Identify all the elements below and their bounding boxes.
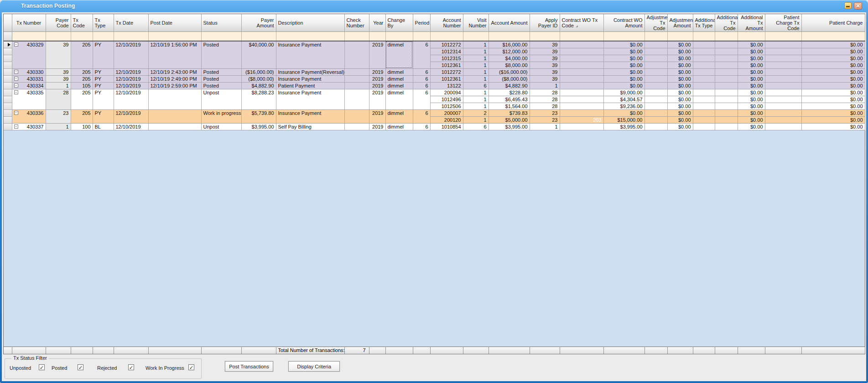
cell-additional_tx_type[interactable] [693,75,715,82]
cell-change_by[interactable]: dimmel [385,82,413,89]
cell-account_number[interactable]: 1012314 [430,48,463,55]
cell-patient_charge[interactable]: $0.00 [801,123,865,130]
cell-contract_wo_amount[interactable]: $4,304.57 [603,96,645,103]
column-header-change_by[interactable]: Change By [385,14,413,32]
filter-cell-visit_number[interactable] [463,32,489,41]
cell-payer_code[interactable]: 1 [46,82,71,89]
checkbox-work-in-progress[interactable]: ✓ [188,364,194,370]
filter-cell-tx_number[interactable] [12,32,46,41]
cell-visit_number[interactable]: 1 [463,68,489,75]
column-header-status[interactable]: Status [201,14,241,32]
cell-adjustment_amount[interactable]: $0.00 [667,55,693,62]
cell-adjustment_amount[interactable]: $0.00 [667,116,693,123]
cell-contract_wo_tx_code[interactable] [560,103,603,109]
cell-tx_number[interactable]: -430334 [12,82,46,89]
cell-period[interactable]: 6 [413,89,430,109]
row-selector-cell[interactable] [4,123,12,130]
collapse-row-icon[interactable]: - [14,70,18,74]
cell-payer_code[interactable]: 39 [46,75,71,82]
cell-visit_number[interactable]: 1 [463,103,489,109]
cell-contract_wo_amount[interactable]: $0.00 [603,109,645,116]
cell-adjustment_amount[interactable]: $0.00 [667,123,693,130]
cell-adjustment_tx_code[interactable] [645,109,667,116]
cell-contract_wo_tx_code[interactable] [560,82,603,89]
cell-change_by[interactable]: dimmel [385,89,413,109]
cell-year[interactable]: 2019 [369,75,385,82]
checkbox-rejected[interactable]: ✓ [128,364,134,370]
cell-tx_number[interactable]: -430335 [12,89,46,109]
column-header-tx_date[interactable]: Tx Date [114,14,148,32]
cell-apply_payer_id[interactable]: 28 [530,103,560,109]
cell-additional_tx_code[interactable] [715,116,738,123]
cell-contract_wo_tx_code[interactable] [560,68,603,75]
cell-payer_code[interactable]: 39 [46,41,71,69]
cell-contract_wo_amount[interactable]: $9,236.00 [603,103,645,109]
cell-status[interactable]: Posted [201,41,241,69]
cell-visit_number[interactable]: 1 [463,89,489,96]
cell-additional_tx_amount[interactable]: $0.00 [738,55,765,62]
cell-account_amount[interactable]: $4,000.00 [489,55,530,62]
column-header-period[interactable]: Period [413,14,430,32]
cell-patient_charge_tx_code[interactable] [765,116,801,123]
cell-tx_date[interactable]: 12/10/2019 [114,41,148,69]
cell-additional_tx_code[interactable] [715,48,738,55]
column-header-tx_number[interactable]: Tx Number [12,14,46,32]
cell-post_date[interactable]: 12/10/19 2:59:00 PM [148,82,201,89]
cell-contract_wo_tx_code[interactable]: 203 [560,116,603,123]
cell-year[interactable]: 2019 [369,109,385,123]
cell-patient_charge_tx_code[interactable] [765,96,801,103]
cell-description[interactable]: Insurance Payment [276,109,344,123]
cell-tx_date[interactable]: 12/10/2019 [114,68,148,75]
cell-tx_code[interactable]: 100 [71,123,93,130]
cell-apply_payer_id[interactable]: 39 [530,68,560,75]
cell-additional_tx_type[interactable] [693,116,715,123]
cell-year[interactable]: 2019 [369,89,385,109]
filter-cell-additional_tx_type[interactable] [693,32,715,41]
cell-apply_payer_id[interactable]: 39 [530,75,560,82]
post-transactions-button[interactable]: Post Transactions [225,361,273,372]
cell-account_amount[interactable]: $739.83 [489,109,530,116]
collapse-row-icon[interactable]: - [14,42,18,47]
column-header-payer_code[interactable]: Payer Code [46,14,71,32]
cell-tx_type[interactable]: BL [93,123,114,130]
row-selector-cell[interactable] [4,62,12,68]
cell-period[interactable]: 6 [413,123,430,130]
cell-adjustment_amount[interactable]: $0.00 [667,75,693,82]
collapse-row-icon[interactable]: - [14,111,18,115]
cell-payer_amount[interactable]: $4,882.90 [241,82,276,89]
cell-tx_code[interactable]: 105 [71,82,93,89]
cell-apply_payer_id[interactable]: 1 [530,123,560,130]
cell-additional_tx_code[interactable] [715,41,738,48]
filter-cell-selector[interactable] [4,32,12,41]
cell-additional_tx_code[interactable] [715,109,738,116]
filter-cell-additional_tx_code[interactable] [715,32,738,41]
filter-cell-description[interactable] [276,32,344,41]
cell-account_number[interactable]: 200120 [430,116,463,123]
cell-change_by[interactable]: dimmel [385,123,413,130]
cell-visit_number[interactable]: 2 [463,109,489,116]
filter-cell-period[interactable] [413,32,430,41]
display-criteria-button[interactable]: Display Criteria [288,361,340,372]
cell-patient_charge[interactable]: $0.00 [801,89,865,96]
cell-tx_number[interactable]: -430337 [12,123,46,130]
cell-patient_charge[interactable]: $0.00 [801,41,865,48]
column-header-check_number[interactable]: Check Number [344,14,369,32]
column-header-post_date[interactable]: Post Date [148,14,201,32]
cell-additional_tx_type[interactable] [693,82,715,89]
column-header-payer_amount[interactable]: Payer Amount [241,14,276,32]
cell-tx_number[interactable]: -430330 [12,68,46,75]
cell-additional_tx_amount[interactable]: $0.00 [738,96,765,103]
cell-post_date[interactable] [148,89,201,109]
column-header-account_amount[interactable]: Account Amount [489,14,530,32]
cell-patient_charge_tx_code[interactable] [765,41,801,48]
filter-cell-contract_wo_amount[interactable] [603,32,645,41]
cell-adjustment_amount[interactable]: $0.00 [667,109,693,116]
cell-adjustment_tx_code[interactable] [645,75,667,82]
cell-additional_tx_amount[interactable]: $0.00 [738,82,765,89]
column-header-adjustment_amount[interactable]: Adjustment Amount [667,14,693,32]
cell-period[interactable]: 6 [413,109,430,123]
collapse-row-icon[interactable]: - [14,90,18,94]
cell-adjustment_tx_code[interactable] [645,123,667,130]
cell-additional_tx_amount[interactable]: $0.00 [738,116,765,123]
cell-account_amount[interactable]: ($16,000.00) [489,68,530,75]
